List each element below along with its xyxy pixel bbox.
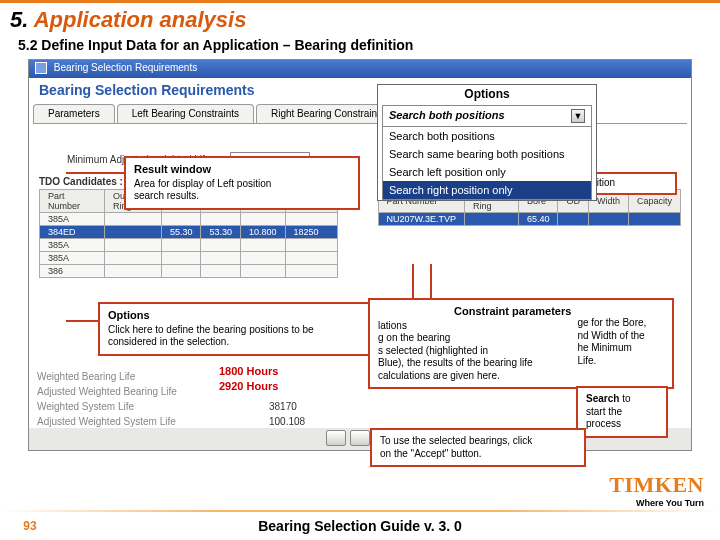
callout-options: Options Click here to define the bearing… bbox=[98, 302, 408, 356]
tab-left-constraints[interactable]: Left Bearing Constraints bbox=[117, 104, 254, 123]
slide-subheading: 5.2 Define Input Data for an Application… bbox=[0, 35, 720, 57]
life-values: 38170 100.108 bbox=[269, 399, 305, 430]
dropdown-label: Options bbox=[378, 85, 596, 105]
callout-search: Search to start the process bbox=[576, 386, 668, 438]
table-row: NU207W.3E.TVP65.40 bbox=[378, 213, 680, 226]
callout-constraint: Constraint parameters lations g on the b… bbox=[368, 298, 674, 389]
brand-logo: TIMKEN Where You Turn bbox=[609, 472, 704, 508]
dropdown-option[interactable]: Search left position only bbox=[383, 163, 591, 181]
table-row: 384ED55.3053.3010.80018250 bbox=[40, 226, 338, 239]
table-row: 385A bbox=[40, 239, 338, 252]
life-labels: Weighted Bearing Life Adjusted Weighted … bbox=[37, 369, 177, 430]
dropdown-option[interactable]: Search right position only bbox=[383, 181, 591, 199]
table-row: 385A bbox=[40, 252, 338, 265]
app-icon bbox=[35, 62, 47, 74]
footer-title: Bearing Selection Guide v. 3. 0 bbox=[60, 518, 660, 534]
callout-result-window: Result window Area for display of Left p… bbox=[124, 156, 360, 210]
slide-heading: 5. Application analysis bbox=[0, 3, 720, 35]
table-row: 385A bbox=[40, 213, 338, 226]
nav-button[interactable] bbox=[350, 430, 370, 446]
callout-accept: To use the selected bearings, click on t… bbox=[370, 428, 586, 467]
table-row: 386 bbox=[40, 265, 338, 278]
dropdown-option[interactable]: Search both positions bbox=[383, 127, 591, 145]
nav-button[interactable] bbox=[326, 430, 346, 446]
page-number: 93 bbox=[0, 519, 60, 533]
options-dropdown[interactable]: Options Search both positions▼ Search bo… bbox=[377, 84, 597, 201]
red-values: 1800 Hours 2920 Hours bbox=[219, 364, 278, 394]
dropdown-option[interactable]: Search same bearing both positions bbox=[383, 145, 591, 163]
chevron-down-icon[interactable]: ▼ bbox=[571, 109, 585, 123]
titlebar: Bearing Selection Requirements bbox=[29, 60, 691, 78]
tab-parameters[interactable]: Parameters bbox=[33, 104, 115, 123]
